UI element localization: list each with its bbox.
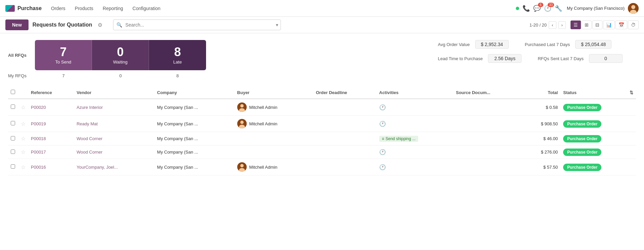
view-list[interactable]: ☰ [571, 20, 581, 29]
main-menu: Orders Products Reporting Configuration [47, 4, 164, 13]
view-activity[interactable]: ⏱ [628, 20, 639, 29]
view-grid[interactable]: ⊟ [592, 20, 602, 29]
row-checkbox-4[interactable] [11, 164, 15, 169]
settings-icon[interactable]: 🔧 [555, 5, 562, 12]
late-label: Late [173, 59, 182, 65]
row-star-2[interactable]: ☆ [21, 136, 26, 141]
row-ref-4[interactable]: P00016 [28, 159, 74, 175]
pager-next[interactable]: › [558, 21, 566, 29]
row-vendor-4[interactable]: YourCompany, Joel... [74, 159, 154, 175]
row-star-1[interactable]: ☆ [21, 121, 26, 127]
waiting-label: Waiting [113, 59, 128, 65]
activity-shipping-2[interactable]: ≡ Send shipping ... [379, 136, 418, 142]
row-source-3 [453, 145, 522, 159]
activity-clock-icon-3[interactable]: 🕐 [379, 149, 386, 155]
pager: 1-20 / 20 ‹ › ☰ ⊞ ⊟ 📊 📅 ⏱ [530, 20, 639, 29]
search-dropdown-icon[interactable]: ▾ [276, 22, 278, 28]
row-vendor-2[interactable]: Wood Corner [74, 132, 154, 145]
menu-products[interactable]: Products [71, 4, 97, 13]
row-company-0: My Company (San ... [154, 99, 235, 116]
row-total-0: $ 0.58 [522, 99, 560, 116]
row-checkbox-3[interactable] [11, 150, 15, 154]
toolbar: New Requests for Quotation ⚙ 🔍 ▾ 1-20 / … [0, 17, 644, 33]
buyer-avatar-1 [237, 119, 247, 128]
table-row: ☆P00016YourCompany, Joel...My Company (S… [8, 159, 636, 175]
app-logo [5, 5, 15, 12]
activity-clock-icon-0[interactable]: 🕐 [379, 105, 386, 110]
search-bar: 🔍 ▾ [113, 19, 281, 30]
menu-orders[interactable]: Orders [47, 4, 69, 13]
row-star-4[interactable]: ☆ [21, 164, 26, 170]
row-buyer-0: Mitchell Admin [235, 99, 313, 116]
activity-clock-icon-4[interactable]: 🕐 [379, 164, 386, 170]
row-buyer-4: Mitchell Admin [235, 159, 313, 175]
col-order-deadline: Order Deadline [313, 86, 377, 99]
stat-card-waiting[interactable]: 0 Waiting [92, 40, 149, 70]
user-avatar[interactable] [628, 3, 639, 14]
select-all-checkbox[interactable] [11, 90, 15, 94]
row-activities-1: 🕐 [377, 116, 453, 132]
svg-point-7 [240, 121, 244, 124]
settings-gear-icon[interactable]: ⚙ [98, 22, 102, 28]
row-vendor-1[interactable]: Ready Mat [74, 116, 154, 132]
search-input[interactable] [113, 19, 281, 30]
row-star-3[interactable]: ☆ [21, 149, 26, 155]
table-row: ☆P00018Wood CornerMy Company (San ...≡ S… [8, 132, 636, 145]
kpi-rfqs-sent-value: 0 [589, 54, 623, 63]
row-buyer-2 [235, 132, 313, 145]
phone-icon[interactable]: 📞 [523, 5, 530, 12]
row-ref-1[interactable]: P00019 [28, 116, 74, 132]
table-row: ☆P00019Ready MatMy Company (San ...Mitch… [8, 116, 636, 132]
page-title: Requests for Quotation [33, 22, 92, 28]
row-status-4: Purchase Order [560, 159, 636, 175]
svg-point-1 [631, 5, 635, 9]
view-calendar[interactable]: 📅 [615, 20, 627, 29]
row-vendor-0[interactable]: Azure Interior [74, 99, 154, 116]
messages-icon[interactable]: 💬 6 [533, 5, 541, 12]
row-total-4: $ 57.50 [522, 159, 560, 175]
view-kanban[interactable]: ⊞ [582, 20, 592, 29]
col-total: Total [522, 86, 560, 99]
row-status-3: Purchase Order [560, 145, 636, 159]
kpi-lead-time: Lead Time to Purchase 2.56 Days [438, 54, 522, 63]
company-name: My Company (San Francisco) [567, 6, 625, 11]
filter-icon[interactable]: ⇅ [630, 90, 633, 95]
view-buttons: ☰ ⊞ ⊟ 📊 📅 ⏱ [571, 20, 639, 29]
new-button[interactable]: New [5, 19, 29, 30]
notifications-icon[interactable]: 🕐 33 [544, 5, 551, 12]
row-vendor-3[interactable]: Wood Corner [74, 145, 154, 159]
row-checkbox-0[interactable] [11, 105, 15, 109]
menu-configuration[interactable]: Configuration [129, 4, 164, 13]
kpi-rfqs-sent-label: RFQs Sent Last 7 Days [538, 56, 584, 61]
col-buyer: Buyer [235, 86, 313, 99]
all-rfqs-label[interactable]: All RFQs [8, 53, 35, 58]
pager-prev[interactable]: ‹ [549, 21, 556, 29]
row-star-0[interactable]: ☆ [21, 105, 26, 110]
activity-clock-icon-1[interactable]: 🕐 [379, 121, 386, 127]
row-source-0 [453, 99, 522, 116]
view-chart[interactable]: 📊 [603, 20, 615, 29]
row-ref-2[interactable]: P00018 [28, 132, 74, 145]
row-ref-0[interactable]: P00020 [28, 99, 74, 116]
buyer-avatar-4 [237, 162, 247, 172]
row-ref-3[interactable]: P00017 [28, 145, 74, 159]
kpi-purchased-value: $ 25,054.48 [575, 40, 611, 49]
kpi-purchased-label: Purchased Last 7 Days [525, 42, 570, 47]
row-checkbox-2[interactable] [11, 136, 15, 140]
my-rfqs-label[interactable]: My RFQs [8, 73, 35, 78]
my-rfqs-waiting: 0 [92, 72, 149, 80]
col-source-doc: Source Docum... [453, 86, 522, 99]
menu-reporting[interactable]: Reporting [99, 4, 127, 13]
row-total-3: $ 276.00 [522, 145, 560, 159]
row-source-2 [453, 132, 522, 145]
row-checkbox-1[interactable] [11, 121, 15, 125]
stat-card-late[interactable]: 8 Late [149, 40, 206, 70]
table-row: ☆P00017Wood CornerMy Company (San ...🕐$ … [8, 145, 636, 159]
kpi-avg-order-value: Avg Order Value $ 2,952.34 [438, 40, 509, 49]
row-deadline-0 [313, 99, 377, 116]
col-activities: Activities [377, 86, 453, 99]
col-reference: Reference [28, 86, 74, 99]
stat-card-to-send[interactable]: 7 To Send [35, 40, 92, 70]
kpi-section: Avg Order Value $ 2,952.34 Purchased Las… [438, 40, 636, 63]
row-company-1: My Company (San ... [154, 116, 235, 132]
